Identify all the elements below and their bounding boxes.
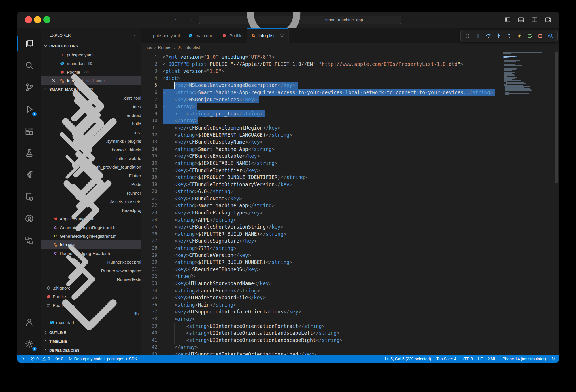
toolbar-bolt-button[interactable] <box>515 31 524 41</box>
code-line-5[interactable]: 5 <key>NSLocalNetworkUsageDescription</k… <box>141 82 559 89</box>
activity-item-gear[interactable]: 1 <box>17 333 41 355</box>
code-line-43[interactable]: 43 <key>UISupportedInterfaceOrientations… <box>141 351 559 355</box>
tab-Info.plist[interactable]: Info.plist <box>247 28 289 43</box>
activity-item-github[interactable] <box>17 208 41 229</box>
code-line-39[interactable]: 39 <string>UIInterfaceOrientationPortrai… <box>141 323 559 330</box>
zoom-window-button[interactable] <box>43 16 50 23</box>
tree-item-AppDelegate.swift[interactable]: AppDelegate.swift <box>41 214 141 223</box>
code-line-16[interactable]: 16 <string>$(EXECUTABLE_NAME)</string> <box>141 160 559 167</box>
tab-main.dart[interactable]: main.dart <box>184 28 218 43</box>
code-line-6[interactable]: 6→ <string>Smart·Machine·App·requires·ac… <box>141 89 559 96</box>
minimap[interactable] <box>503 52 548 96</box>
code-line-23[interactable]: 23 <key>CFBundlePackageType</key> <box>141 209 559 216</box>
tab-pubspec.yaml[interactable]: !pubspec.yaml <box>141 28 184 43</box>
code-line-2[interactable]: 2<!DOCTYPE plist PUBLIC "-//Apple//DTD P… <box>141 61 559 68</box>
code-line-31[interactable]: 31 <key>LSRequiresIPhoneOS</key> <box>141 266 559 273</box>
cursor-position[interactable]: Ln 5, Col 5 (229 selected) <box>382 355 434 363</box>
activity-item-remote-explorer[interactable] <box>17 229 41 251</box>
open-editor-pubspec.yaml[interactable]: !pubspec.yaml <box>41 50 141 59</box>
remote-indicator[interactable] <box>17 355 28 363</box>
layout-button[interactable] <box>545 17 551 23</box>
problems-status[interactable]: 0 0 <box>28 355 53 363</box>
code-line-33[interactable]: 33 <key>UILaunchStoryboardName</key> <box>141 280 559 287</box>
code-editor[interactable]: 1<?xml version="1.0" encoding="UTF-8"?>2… <box>141 52 559 355</box>
code-line-10[interactable]: 10→ </array> <box>141 117 559 124</box>
eol-status[interactable]: LF <box>475 355 485 363</box>
activity-item-search[interactable] <box>17 54 41 76</box>
toolbar-pause-button[interactable] <box>473 31 483 41</box>
code-line-26[interactable]: 26 <string>$(FLUTTER_BUILD_NAME)</string… <box>141 231 559 238</box>
minimize-window-button[interactable] <box>34 16 41 23</box>
panel-bottom-button[interactable] <box>518 17 524 23</box>
activity-item-extensions[interactable] <box>17 120 41 142</box>
code-line-13[interactable]: 13 <key>CFBundleDisplayName</key> <box>141 138 559 146</box>
tree-item-main.dart[interactable]: main.dart <box>41 318 141 327</box>
code-line-4[interactable]: 4<dict> <box>141 75 559 82</box>
code-line-27[interactable]: 27 <key>CFBundleSignature</key> <box>141 237 559 245</box>
code-line-3[interactable]: 3<plist version="1.0"> <box>141 68 559 75</box>
toolbar-step-out-button[interactable] <box>504 31 514 41</box>
code-line-14[interactable]: 14 <string>Smart Machine App</string> <box>141 146 559 153</box>
code-line-18[interactable]: 18 <string>$(PRODUCT_BUNDLE_IDENTIFIER)<… <box>141 174 559 181</box>
activity-item-account[interactable] <box>17 311 41 333</box>
toolbar-inspect-button[interactable] <box>546 31 555 41</box>
code-line-17[interactable]: 17 <key>CFBundleIdentifier</key> <box>141 167 559 174</box>
code-line-8[interactable]: 8→ <array> <box>141 103 559 110</box>
code-line-29[interactable]: 29 <key>CFBundleVersion</key> <box>141 252 559 259</box>
encoding-status[interactable]: UTF-8 <box>459 355 475 363</box>
toolbar-step-into-button[interactable] <box>494 31 503 41</box>
toolbar-grip-button[interactable] <box>463 31 472 41</box>
code-line-15[interactable]: 15 <key>CFBundleExecutable</key> <box>141 153 559 160</box>
toolbar-step-over-button[interactable] <box>484 31 493 41</box>
breadcrumb-item[interactable]: Info.plist <box>184 45 200 50</box>
indentation-status[interactable]: Tab Size: 4 <box>434 355 459 363</box>
code-line-42[interactable]: 42 </array> <box>141 344 559 351</box>
breadcrumb-item[interactable]: ios <box>147 45 152 50</box>
ports-status[interactable]: 0 <box>53 355 66 363</box>
code-line-7[interactable]: 7→ <key>NSBonjourServices</key> <box>141 96 559 103</box>
code-line-32[interactable]: 32 <true/> <box>141 273 559 280</box>
command-center-search[interactable]: smart_machine_app <box>199 16 401 24</box>
code-line-21[interactable]: 21 <key>CFBundleName</key> <box>141 195 559 202</box>
tree-item-Base.lproj[interactable]: Base.lproj <box>41 206 141 214</box>
editor-scrollbar[interactable] <box>555 52 558 183</box>
tab-Podfile[interactable]: Podfile <box>218 28 247 43</box>
code-line-28[interactable]: 28 <string>????</string> <box>141 245 559 252</box>
forward-icon[interactable]: → <box>186 15 194 22</box>
language-mode[interactable]: XML <box>485 355 499 363</box>
close-icon[interactable] <box>279 33 284 38</box>
split-editor-button[interactable] <box>532 17 538 23</box>
toolbar-stop-button[interactable] <box>535 31 545 41</box>
notifications[interactable] <box>549 355 559 363</box>
code-line-35[interactable]: 35 <key>UIMainStoryboardFile</key> <box>141 294 559 301</box>
code-line-19[interactable]: 19 <key>CFBundleInfoDictionaryVersion</k… <box>141 181 559 188</box>
device-selector[interactable]: iPhone 14 (ios simulator) <box>499 355 549 363</box>
code-line-24[interactable]: 24 <string>APPL</string> <box>141 216 559 224</box>
code-line-20[interactable]: 20 <string>6.0</string> <box>141 188 559 195</box>
code-line-36[interactable]: 36 <string>Main</string> <box>141 301 559 309</box>
code-line-40[interactable]: 40 <string>UIInterfaceOrientationLandsca… <box>141 330 559 337</box>
activity-item-beaker[interactable] <box>17 142 41 164</box>
more-actions-icon[interactable] <box>130 33 135 38</box>
code-line-25[interactable]: 25 <key>CFBundleShortVersionString</key> <box>141 223 559 231</box>
code-line-34[interactable]: 34 <string>LaunchScreen</string> <box>141 287 559 294</box>
activity-item-source-control[interactable] <box>17 76 41 98</box>
activity-item-debug[interactable]: 1 <box>17 98 41 120</box>
breadcrumb-item[interactable]: Runner <box>158 45 172 50</box>
close-window-button[interactable] <box>25 16 32 23</box>
code-line-30[interactable]: 30 <string>$(FLUTTER_BUILD_NUMBER)</stri… <box>141 259 559 266</box>
section-open-editors[interactable]: OPEN EDITORS <box>41 42 141 50</box>
toolbar-restart-button[interactable] <box>525 31 535 41</box>
breadcrumb[interactable]: ios›Runner›Info.plist <box>141 43 559 52</box>
tree-item-GeneratedPluginRegistrant.h[interactable]: CGeneratedPluginRegistrant.h <box>41 223 141 232</box>
debug-configuration[interactable]: Debug my code + packages + SDK <box>66 355 140 363</box>
activity-item-run-file[interactable] <box>17 186 41 208</box>
code-line-41[interactable]: 41 <string>UIInterfaceOrientationLandsca… <box>141 337 559 344</box>
code-line-22[interactable]: 22 <string>smart_machine_app</string> <box>141 202 559 209</box>
panel-left-button[interactable] <box>505 17 511 23</box>
code-line-12[interactable]: 12 <string>$(DEVELOPMENT_LANGUAGE)</stri… <box>141 132 559 139</box>
code-line-38[interactable]: 38 <array> <box>141 315 559 323</box>
code-line-9[interactable]: 9→ → <string>_rpc._tcp</string> <box>141 110 559 117</box>
back-icon[interactable]: ← <box>173 15 181 22</box>
code-line-1[interactable]: 1<?xml version="1.0" encoding="UTF-8"?> <box>141 54 559 61</box>
